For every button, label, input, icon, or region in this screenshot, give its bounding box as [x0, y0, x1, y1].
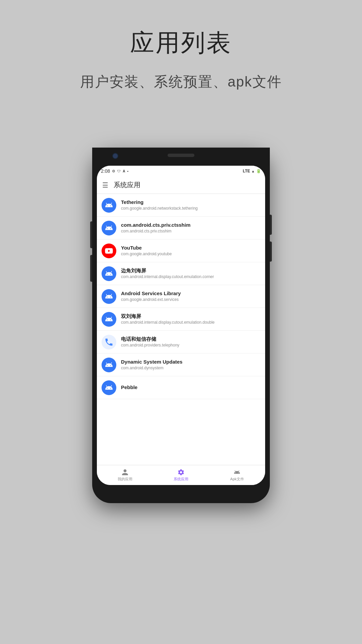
- app-info-pebble: Pebble: [121, 384, 137, 391]
- power-button: [90, 255, 92, 282]
- a-icon: A: [123, 169, 125, 173]
- app-icon-dynsystem: [102, 358, 116, 372]
- battery-icon: ▪: [127, 169, 128, 173]
- app-icon-double-cutout: [102, 312, 116, 327]
- app-icon-youtube: [102, 244, 116, 258]
- list-item[interactable]: 双刘海屏 com.android.internal.display.cutout…: [97, 308, 265, 331]
- hamburger-icon[interactable]: ☰: [102, 181, 108, 189]
- status-left: 2:08 ⚙ 🛡 A ▪: [101, 168, 128, 174]
- app-name: 电话和短信存储: [121, 336, 179, 342]
- status-bar: 2:08 ⚙ 🛡 A ▪ LTE ▲ 🔋: [97, 166, 265, 176]
- list-item[interactable]: Android Services Library com.google.andr…: [97, 285, 265, 308]
- app-package: com.android.internal.display.cutout.emul…: [121, 274, 214, 280]
- signal-icon: ▲: [251, 169, 255, 173]
- gear-icon: ⚙: [112, 169, 115, 173]
- app-name: Dynamic System Updates: [121, 359, 182, 365]
- youtube-play-icon: [104, 246, 114, 256]
- app-icon-tethering: [102, 198, 116, 213]
- phone-mockup: 2:08 ⚙ 🛡 A ▪ LTE ▲ 🔋 ☰ 系统应用: [92, 148, 270, 503]
- app-name: YouTube: [121, 245, 172, 251]
- app-icon-telephony: [102, 335, 116, 350]
- app-name: 边角刘海屏: [121, 267, 214, 274]
- list-item[interactable]: com.android.cts.priv.ctsshim com.android…: [97, 217, 265, 239]
- app-name: 双刘海屏: [121, 313, 215, 320]
- app-package: com.android.dynsystem: [121, 366, 182, 371]
- list-item[interactable]: 电话和短信存储 com.android.providers.telephony: [97, 331, 265, 354]
- android-icon: [104, 383, 114, 392]
- list-item[interactable]: Pebble: [97, 376, 265, 399]
- android-icon: [104, 292, 114, 301]
- phone-screen: 2:08 ⚙ 🛡 A ▪ LTE ▲ 🔋 ☰ 系统应用: [97, 166, 265, 485]
- app-package: com.android.internal.display.cutout.emul…: [121, 320, 215, 325]
- nav-label-my-apps: 我的应用: [118, 477, 132, 482]
- page-subtitle: 用户安装、系统预置、apk文件: [0, 72, 362, 91]
- app-icon-cts: [102, 221, 116, 235]
- battery-status-icon: 🔋: [256, 169, 261, 173]
- app-bar-title: 系统应用: [114, 180, 140, 190]
- app-name: Pebble: [121, 384, 137, 391]
- app-info-youtube: YouTube com.google.android.youtube: [121, 245, 172, 257]
- app-info-cts: com.android.cts.priv.ctsshim com.android…: [121, 222, 190, 234]
- nav-item-my-apps[interactable]: 我的应用: [97, 469, 153, 482]
- android-icon: [104, 360, 114, 370]
- app-package: com.android.providers.telephony: [121, 343, 179, 348]
- app-name: com.android.cts.priv.ctsshim: [121, 222, 190, 228]
- app-package: com.android.cts.priv.ctsshim: [121, 229, 190, 234]
- list-item[interactable]: 边角刘海屏 com.android.internal.display.cutou…: [97, 262, 265, 285]
- app-info-services-lib: Android Services Library com.google.andr…: [121, 290, 181, 303]
- app-package: com.google.android.networkstack.tetherin…: [121, 206, 198, 211]
- page-title: 应用列表: [0, 27, 362, 59]
- nav-item-system-apps[interactable]: 系统应用: [153, 469, 209, 482]
- app-name: Android Services Library: [121, 290, 181, 297]
- phone-camera: [112, 153, 118, 159]
- app-info-dynsystem: Dynamic System Updates com.android.dynsy…: [121, 359, 182, 371]
- lte-label: LTE: [243, 169, 250, 173]
- phone-icon: [104, 337, 114, 347]
- status-time: 2:08: [101, 168, 110, 174]
- android-nav-icon: [233, 469, 241, 476]
- list-item[interactable]: Tethering com.google.android.networkstac…: [97, 194, 265, 217]
- nav-item-apk[interactable]: Apk文件: [209, 469, 265, 482]
- shield-icon: 🛡: [117, 169, 121, 173]
- phone-top-bar: [92, 148, 270, 166]
- nav-label-system-apps: 系统应用: [174, 477, 188, 482]
- app-bar: ☰ 系统应用: [97, 176, 265, 194]
- app-info-tethering: Tethering com.google.android.networkstac…: [121, 199, 198, 211]
- volume-button: [90, 221, 92, 248]
- nav-label-apk: Apk文件: [230, 477, 244, 482]
- app-info-double-cutout: 双刘海屏 com.android.internal.display.cutout…: [121, 313, 215, 325]
- phone-speaker: [168, 154, 194, 157]
- app-package: com.google.android.youtube: [121, 252, 172, 257]
- android-icon: [104, 223, 114, 233]
- list-item[interactable]: YouTube com.google.android.youtube: [97, 239, 265, 262]
- app-info-corner-cutout: 边角刘海屏 com.android.internal.display.cutou…: [121, 267, 214, 280]
- screen-content: 2:08 ⚙ 🛡 A ▪ LTE ▲ 🔋 ☰ 系统应用: [97, 166, 265, 485]
- settings-icon: [177, 469, 185, 476]
- app-info-telephony: 电话和短信存储 com.android.providers.telephony: [121, 336, 179, 348]
- app-list[interactable]: Tethering com.google.android.networkstac…: [97, 194, 265, 465]
- bottom-nav: 我的应用 系统应用 Apk文件: [97, 465, 265, 485]
- app-icon-pebble: [102, 380, 116, 395]
- person-icon: [121, 469, 129, 476]
- list-item[interactable]: Dynamic System Updates com.android.dynsy…: [97, 354, 265, 376]
- app-icon-corner: [102, 266, 116, 281]
- app-icon-services-lib: [102, 289, 116, 304]
- status-right: LTE ▲ 🔋: [243, 169, 261, 173]
- android-icon: [104, 315, 114, 324]
- android-icon: [104, 201, 114, 210]
- app-name: Tethering: [121, 199, 198, 206]
- app-package: com.google.android.ext.services: [121, 297, 181, 303]
- phone-shell: 2:08 ⚙ 🛡 A ▪ LTE ▲ 🔋 ☰ 系统应用: [92, 148, 270, 503]
- android-icon: [104, 269, 114, 278]
